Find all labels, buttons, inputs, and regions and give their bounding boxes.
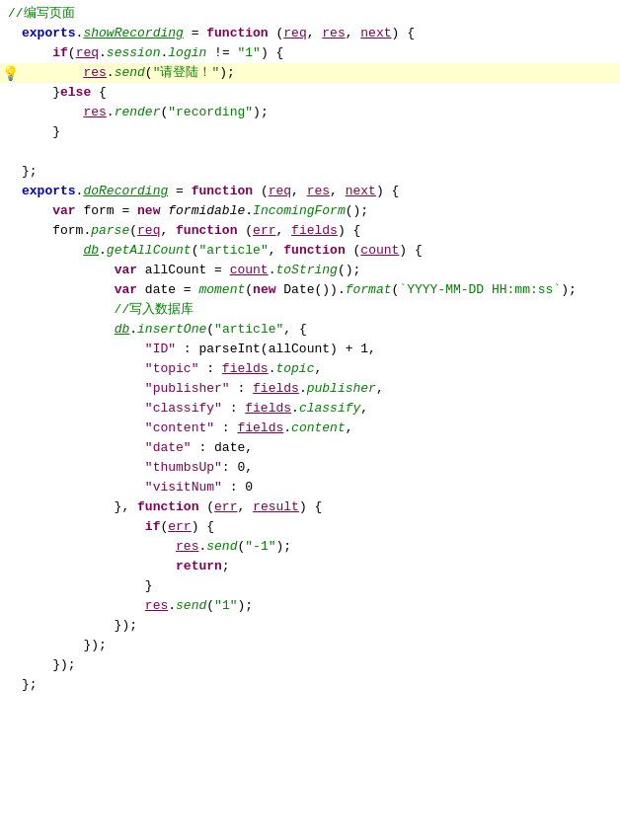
code-line-12: db.getAllCount("article", function (coun… [0, 241, 620, 261]
line-content-19[interactable]: "publisher" : fields.publisher, [20, 379, 620, 399]
file-comment: //编写页面 [0, 0, 620, 24]
code-line-3: 💡 res.send("请登陆！"); [0, 63, 620, 83]
code-line-21: "content" : fields.content, [0, 419, 620, 438]
line-content-20[interactable]: "classify" : fields.classify, [20, 399, 620, 419]
line-content-22[interactable]: "date" : date, [20, 438, 620, 458]
line-content-33[interactable]: }); [20, 655, 620, 675]
line-content-27[interactable]: res.send("-1"); [20, 537, 620, 557]
code-line-25: }, function (err, result) { [0, 497, 620, 517]
line-content-29[interactable]: } [20, 576, 620, 596]
bulb-area-16 [0, 320, 20, 340]
bulb-area-3: 💡 [0, 63, 20, 83]
code-line-6: } [0, 122, 620, 142]
bulb-area-29 [0, 576, 20, 596]
bulb-area-17 [0, 340, 20, 359]
line-content-3[interactable]: res.send("请登陆！"); [20, 63, 620, 83]
code-line-23: "thumbsUp": 0, [0, 458, 620, 478]
line-content-1[interactable]: exports.showRecording = function (req, r… [20, 24, 620, 43]
bulb-area-15 [0, 300, 20, 320]
line-content-4[interactable]: }else { [20, 83, 620, 103]
code-line-34: }; [0, 675, 620, 695]
bulb-area-8 [0, 162, 20, 182]
bulb-area-30 [0, 596, 20, 616]
bulb-area-27 [0, 537, 20, 557]
bulb-area-10 [0, 201, 20, 221]
code-line-7 [0, 142, 620, 162]
code-line-8: }; [0, 162, 620, 182]
line-content-21[interactable]: "content" : fields.content, [20, 419, 620, 438]
code-area[interactable]: exports.showRecording = function (req, r… [0, 24, 620, 695]
line-content-28[interactable]: return; [20, 557, 620, 576]
bulb-area-22 [0, 438, 20, 458]
line-content-7[interactable] [20, 142, 620, 162]
bulb-area-4 [0, 83, 20, 103]
code-line-11: form.parse(req, function (err, fields) { [0, 221, 620, 241]
line-content-11[interactable]: form.parse(req, function (err, fields) { [20, 221, 620, 241]
bulb-area-12 [0, 241, 20, 261]
line-content-16[interactable]: db.insertOne("article", { [20, 320, 620, 340]
bulb-area-5 [0, 103, 20, 122]
line-content-24[interactable]: "visitNum" : 0 [20, 478, 620, 497]
code-line-1: exports.showRecording = function (req, r… [0, 24, 620, 43]
code-line-4: }else { [0, 83, 620, 103]
code-line-33: }); [0, 655, 620, 675]
code-line-10: var form = new formidable.IncomingForm()… [0, 201, 620, 221]
line-content-34[interactable]: }; [20, 675, 620, 695]
line-content-30[interactable]: res.send("1"); [20, 596, 620, 616]
line-content-8[interactable]: }; [20, 162, 620, 182]
line-content-26[interactable]: if(err) { [20, 517, 620, 537]
bulb-area-24 [0, 478, 20, 497]
code-line-30: res.send("1"); [0, 596, 620, 616]
line-content-10[interactable]: var form = new formidable.IncomingForm()… [20, 201, 620, 221]
code-line-31: }); [0, 616, 620, 636]
bulb-area-26 [0, 517, 20, 537]
line-content-9[interactable]: exports.doRecording = function (req, res… [20, 182, 620, 201]
line-content-25[interactable]: }, function (err, result) { [20, 497, 620, 517]
code-line-27: res.send("-1"); [0, 537, 620, 557]
bulb-area-21 [0, 419, 20, 438]
bulb-area-19 [0, 379, 20, 399]
line-content-15[interactable]: //写入数据库 [20, 300, 620, 320]
code-line-18: "topic" : fields.topic, [0, 359, 620, 379]
code-line-24: "visitNum" : 0 [0, 478, 620, 497]
bulb-area-23 [0, 458, 20, 478]
line-content-12[interactable]: db.getAllCount("article", function (coun… [20, 241, 620, 261]
line-content-14[interactable]: var date = moment(new Date()).format(`YY… [20, 280, 620, 300]
line-content-2[interactable]: if(req.session.login != "1") { [20, 43, 620, 63]
bulb-area-25 [0, 497, 20, 517]
code-line-19: "publisher" : fields.publisher, [0, 379, 620, 399]
line-content-31[interactable]: }); [20, 616, 620, 636]
bulb-area-13 [0, 261, 20, 280]
bulb-area-28 [0, 557, 20, 576]
line-content-18[interactable]: "topic" : fields.topic, [20, 359, 620, 379]
line-content-32[interactable]: }); [20, 636, 620, 655]
bulb-area-18 [0, 359, 20, 379]
line-content-13[interactable]: var allCount = count.toString(); [20, 261, 620, 280]
code-line-29: } [0, 576, 620, 596]
line-content-23[interactable]: "thumbsUp": 0, [20, 458, 620, 478]
code-line-2: if(req.session.login != "1") { [0, 43, 620, 63]
code-line-26: if(err) { [0, 517, 620, 537]
bulb-area-7 [0, 142, 20, 162]
bulb-area-1 [0, 24, 20, 43]
code-line-15: //写入数据库 [0, 300, 620, 320]
bulb-area-31 [0, 616, 20, 636]
code-line-17: "ID" : parseInt(allCount) + 1, [0, 340, 620, 359]
bulb-area-32 [0, 636, 20, 655]
code-line-20: "classify" : fields.classify, [0, 399, 620, 419]
line-content-5[interactable]: res.render("recording"); [20, 103, 620, 122]
lightbulb-icon: 💡 [2, 65, 19, 82]
code-line-28: return; [0, 557, 620, 576]
code-line-22: "date" : date, [0, 438, 620, 458]
code-line-16: db.insertOne("article", { [0, 320, 620, 340]
bulb-area-9 [0, 182, 20, 201]
line-content-17[interactable]: "ID" : parseInt(allCount) + 1, [20, 340, 620, 359]
bulb-area-6 [0, 122, 20, 142]
bulb-area-34 [0, 675, 20, 695]
code-line-5: res.render("recording"); [0, 103, 620, 122]
code-line-32: }); [0, 636, 620, 655]
editor-container: //编写页面 exports.showRecording = function … [0, 0, 620, 840]
bulb-area-11 [0, 221, 20, 241]
code-line-14: var date = moment(new Date()).format(`YY… [0, 280, 620, 300]
line-content-6[interactable]: } [20, 122, 620, 142]
